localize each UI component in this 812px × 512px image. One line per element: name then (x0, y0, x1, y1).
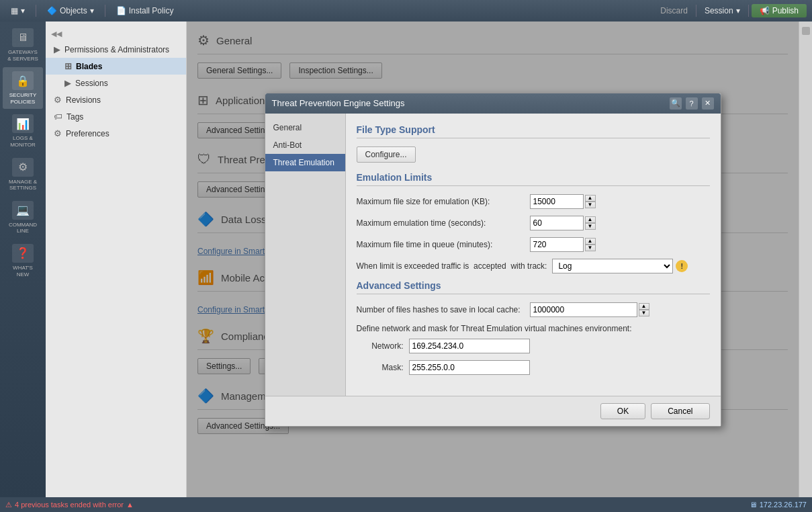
sidebar-item-command-line[interactable]: 💻 COMMANDLINE (3, 197, 43, 239)
error-expand-icon: ▲ (126, 501, 134, 509)
modal-threat-prevention: Threat Prevention Engine Settings 🔍 ? ✕ … (265, 93, 721, 427)
logs-monitor-icon: 📊 (12, 114, 34, 133)
network-field: Network: (357, 339, 710, 353)
objects-label: Objects (60, 6, 87, 15)
modal-titlebar-icons: 🔍 ? ✕ (670, 97, 714, 110)
traffic-limit-select[interactable]: Log Alert None (552, 259, 673, 273)
traffic-limit-dropdown: Log Alert None ! (552, 259, 688, 273)
whats-new-icon: ❓ (12, 244, 34, 263)
modal-nav-anti-bot[interactable]: Anti-Bot (265, 136, 345, 154)
logo-menu[interactable]: ▦ ▾ (5, 5, 30, 17)
max-file-size-field: Maximum file size for emulation (KB): ▲ … (357, 194, 710, 209)
network-define-label: Define network and mask for Threat Emula… (357, 324, 710, 333)
revisions-icon: ⚙ (54, 95, 62, 105)
sidebar-item-manage-settings[interactable]: ⚙ MANAGE &SETTINGS (3, 154, 43, 196)
sidebar-item-preferences[interactable]: ⚙ Preferences (46, 125, 186, 142)
logo-icon: ▦ (11, 6, 18, 15)
max-emulation-time-spinner: ▲ ▼ (530, 216, 596, 230)
max-file-size-up[interactable]: ▲ (585, 195, 596, 202)
max-queue-time-field: Maximum file time in queue (minutes): ▲ … (357, 237, 710, 252)
max-file-size-label: Maximum file size for emulation (KB): (357, 197, 525, 206)
modal-ok-button[interactable]: OK (600, 403, 645, 419)
statusbar: ⚠ 4 previous tasks ended with error ▲ 🖥 … (0, 497, 812, 512)
traffic-hint-icon[interactable]: ! (676, 260, 688, 272)
max-queue-time-up[interactable]: ▲ (585, 238, 596, 245)
modal-search-icon[interactable]: 🔍 (670, 97, 682, 110)
hash-cache-down[interactable]: ▼ (639, 310, 649, 316)
traffic-limit-field: When limit is exceeded traffic is accept… (357, 259, 710, 273)
modal-footer: OK Cancel (265, 396, 721, 426)
mask-input[interactable] (409, 360, 530, 375)
modal-nav: General Anti-Bot Threat Emulation (265, 114, 346, 396)
modal-cancel-button[interactable]: Cancel (651, 403, 709, 419)
max-queue-time-input[interactable] (530, 237, 584, 252)
file-type-configure-button[interactable]: Configure... (357, 146, 416, 163)
discard-button[interactable]: Discard (655, 5, 693, 17)
nav-sidebar: ◀◀ ▶ Permissions & Administrators ⊞ Blad… (46, 22, 187, 497)
network-label: Network: (357, 341, 404, 351)
max-queue-time-spinner: ▲ ▼ (530, 237, 596, 252)
manage-settings-icon: ⚙ (12, 158, 34, 177)
sidebar-item-logs-monitor[interactable]: 📊 LOGS &MONITOR (3, 110, 43, 152)
blades-icon: ⊞ (64, 61, 72, 71)
modal-title: Threat Prevention Engine Settings (272, 98, 405, 108)
max-emulation-time-down[interactable]: ▼ (585, 223, 596, 230)
sidebar-item-revisions[interactable]: ⚙ Revisions (46, 91, 186, 108)
modal-close-icon[interactable]: ✕ (702, 97, 714, 110)
sidebar-item-tags[interactable]: 🏷 Tags (46, 108, 186, 125)
right-panel-icon (802, 27, 810, 35)
sidebar-item-gateways-servers[interactable]: 🖥 GATEWAYS& SERVERS (3, 24, 43, 66)
sidebar-item-revisions-label: Revisions (66, 95, 101, 105)
max-file-size-down[interactable]: ▼ (585, 202, 596, 208)
session-label: Session (705, 6, 733, 15)
modal-help-icon[interactable]: ? (686, 97, 698, 110)
install-policy-button[interactable]: 📄 Install Policy (111, 5, 179, 17)
sidebar-collapse[interactable]: ◀◀ (46, 27, 186, 41)
sessions-expand-icon: ▶ (64, 78, 71, 88)
statusbar-error-text: 4 previous tasks ended with error (15, 501, 124, 509)
statusbar-ip-text: 172.23.26.177 (760, 501, 807, 509)
install-policy-icon: 📄 (116, 6, 126, 15)
max-file-size-input[interactable] (530, 194, 584, 209)
error-icon: ⚠ (5, 501, 12, 509)
hash-cache-field: Number of files hashes to save in local … (357, 302, 710, 317)
security-policies-icon: 🔒 (12, 71, 34, 90)
install-policy-label: Install Policy (129, 6, 174, 15)
hash-cache-up[interactable]: ▲ (639, 303, 649, 310)
sidebar-item-preferences-label: Preferences (66, 129, 109, 138)
modal-body: General Anti-Bot Threat Emulation File T… (265, 114, 721, 396)
max-emulation-time-up[interactable]: ▲ (585, 216, 596, 223)
hash-cache-spin-btns: ▲ ▼ (639, 303, 649, 316)
topbar: ▦ ▾ 🔷 Objects ▾ 📄 Install Policy Discard… (0, 0, 812, 22)
max-queue-time-down[interactable]: ▼ (585, 245, 596, 251)
content-area: ⚙ General General Settings... Inspection… (187, 22, 799, 497)
publish-button[interactable]: 📢 Publish (752, 4, 807, 17)
icon-sidebar: 🖥 GATEWAYS& SERVERS 🔒 SECURITYPOLICIES 📊… (0, 22, 46, 497)
network-input[interactable] (409, 339, 530, 353)
tags-icon: 🏷 (54, 112, 62, 122)
logo-dropdown-icon: ▾ (21, 6, 25, 15)
max-emulation-time-input[interactable] (530, 216, 584, 230)
topbar-sep2 (105, 5, 105, 17)
modal-nav-threat-emulation[interactable]: Threat Emulation (265, 154, 345, 171)
objects-menu[interactable]: 🔷 Objects ▾ (42, 5, 99, 17)
sidebar-item-permissions-label: Permissions & Administrators (64, 45, 169, 54)
gateways-servers-icon: 🖥 (12, 28, 34, 47)
preferences-icon: ⚙ (54, 128, 62, 138)
session-button[interactable]: Session ▾ (699, 5, 746, 17)
sidebar-item-sessions-label: Sessions (75, 79, 108, 88)
ip-icon: 🖥 (750, 501, 757, 509)
hash-cache-label: Number of files hashes to save in local … (357, 305, 525, 314)
sidebar-item-blades[interactable]: ⊞ Blades (46, 58, 186, 75)
sidebar-item-sessions[interactable]: ▶ Sessions (46, 75, 186, 91)
sidebar-item-security-policies[interactable]: 🔒 SECURITYPOLICIES (3, 67, 43, 109)
statusbar-error[interactable]: ⚠ 4 previous tasks ended with error ▲ (5, 501, 134, 509)
max-emulation-time-spin-btns: ▲ ▼ (585, 216, 596, 230)
max-emulation-time-field: Maximum emulation time (seconds): ▲ ▼ (357, 216, 710, 230)
modal-nav-general[interactable]: General (265, 119, 345, 136)
hash-cache-input[interactable] (530, 302, 637, 317)
sidebar-item-whats-new[interactable]: ❓ WHAT'SNEW (3, 240, 43, 282)
publish-icon: 📢 (760, 6, 770, 15)
statusbar-ip: 🖥 172.23.26.177 (750, 501, 807, 509)
sidebar-item-permissions-admin[interactable]: ▶ Permissions & Administrators (46, 41, 186, 58)
